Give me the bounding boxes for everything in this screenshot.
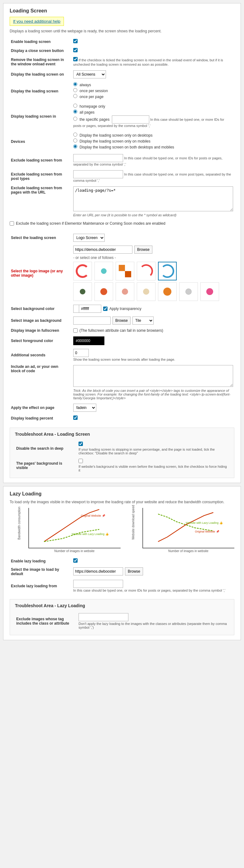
chart1-x-label: Number of images in website (28, 549, 120, 553)
pages-bg-checkbox[interactable] (79, 459, 83, 463)
logo-previews-row1 (73, 262, 233, 280)
fullscreen-label: Display image in fullscreen (10, 327, 72, 335)
search-deep-note: If your loading screen is stopping in so… (79, 447, 228, 455)
enable-lazy-row: Enable lazy loading (10, 556, 234, 565)
effect-row: Apply the effect on page fadein fadeout … (10, 402, 234, 414)
additional-seconds-note: Show the loading screen some few seconds… (73, 358, 233, 361)
additional-seconds-input[interactable] (73, 349, 89, 357)
logo-preview-light-gray[interactable] (179, 282, 198, 301)
bg-color-preview (74, 305, 79, 312)
settings-table: Enable loading screen Display a close sc… (10, 37, 234, 219)
devices-desktops[interactable]: Display the loading screen only on deskt… (73, 132, 233, 137)
close-btn-checkbox[interactable] (73, 48, 78, 52)
exclude-post-types-input[interactable] (73, 170, 123, 178)
logo-settings-table: Select the loading screen Logo Screen Fu… (10, 232, 234, 423)
logo-image-row-inner: Browse (73, 246, 233, 254)
display-in-specific[interactable]: the specific pages In this case should b… (73, 116, 233, 128)
logo-preview-orange-red[interactable] (94, 282, 113, 301)
exclude-tag-note: Don't apply the lazy loading to the imag… (79, 622, 228, 629)
logo-preview-peach[interactable] (116, 282, 134, 301)
bg-color-swatch[interactable] (73, 305, 101, 313)
chart2-original-text: Original Website 📌 (195, 530, 219, 533)
enable-loading-checkbox[interactable] (73, 39, 78, 43)
display-on-select[interactable]: All Screens Mobile Only Desktop Only (73, 70, 106, 79)
logo-previews-row2 (73, 282, 233, 301)
close-btn-row: Display a close screen button (10, 46, 234, 55)
exclude-url-textarea[interactable]: /loading-page/?s=* (73, 186, 233, 211)
maintenance-checkbox[interactable] (10, 221, 14, 226)
logo-browse-button[interactable]: Browse (134, 246, 153, 254)
ad-code-textarea[interactable] (73, 365, 233, 387)
select-loading-screen-select[interactable]: Logo Screen Full Screen Bar (73, 234, 105, 242)
exclude-tag-input[interactable] (79, 613, 128, 621)
display-screen-row: Display the loading screen always once p… (10, 80, 234, 102)
logo-url-input[interactable] (73, 246, 132, 254)
fg-color-block[interactable]: #000000 (73, 336, 104, 345)
fg-color-label: Select foreground color (10, 335, 72, 347)
logo-preview-dot-teal[interactable] (94, 262, 113, 280)
devices-mobiles[interactable]: Display the loading screen only on mobil… (73, 138, 233, 144)
bg-color-input[interactable] (79, 307, 101, 311)
exclude-lazy-input[interactable] (73, 580, 123, 588)
chart2-wrapper: Website download speed Website with Lazy… (124, 508, 235, 553)
apply-transparency-checkbox[interactable] (103, 307, 108, 311)
display-screen-session[interactable]: once per session (73, 88, 233, 93)
display-screen-label: Display the loading screen (10, 80, 72, 102)
effect-select[interactable]: fadein fadeout slidein slideout (73, 404, 96, 412)
bg-color-row: Select background color Apply transparen… (10, 303, 234, 315)
display-percent-label: Display loading percent (10, 414, 72, 423)
fullscreen-row: Display image in fullscreen (The fullscr… (10, 327, 234, 335)
or-follows-text: - or select one of follows - (73, 255, 233, 260)
logo-preview-dark-green[interactable] (73, 282, 92, 301)
devices-both[interactable]: Display the loading screen on both deskt… (73, 145, 233, 149)
fullscreen-checkbox[interactable] (73, 328, 78, 333)
dot-dark-green-icon (80, 289, 85, 294)
logo-preview-sand[interactable] (137, 282, 156, 301)
dot-pink-icon (206, 288, 213, 295)
dot-light-gray-icon (185, 288, 192, 295)
charts-row: Bandwidth consumption Original Website 📌… (10, 508, 234, 553)
logo-preview-spinner-red[interactable] (73, 262, 92, 280)
chart2-x-label: Number of images in website (142, 549, 235, 553)
default-image-browse-button[interactable]: Browse (125, 567, 143, 576)
help-link[interactable]: If you need additional help (13, 19, 60, 24)
display-screen-page[interactable]: once per page (73, 94, 233, 99)
logo-preview-squares-orange[interactable] (116, 262, 134, 280)
remove-onload-checkbox[interactable] (73, 57, 78, 61)
default-image-label: Select the image to load by default (10, 565, 72, 578)
remove-onload-row: Remove the loading screen in the window … (10, 55, 234, 68)
logo-preview-circle-blue[interactable] (158, 262, 177, 280)
apply-transparency-label: Apply transparency (109, 307, 141, 311)
exclude-url-row: Exclude loading screen from pages with t… (10, 185, 234, 219)
dot-sand-icon (143, 288, 149, 295)
bg-image-input[interactable] (73, 316, 111, 324)
bg-image-tile-select[interactable]: Tile No Tile Cover (132, 316, 154, 324)
logo-preview-pink[interactable] (200, 282, 219, 301)
logo-image-row: Select the logo image (or any other imag… (10, 244, 234, 303)
dot-orange-red-icon (100, 288, 107, 295)
enable-loading-label: Enable loading screen (10, 37, 72, 46)
specific-pages-input[interactable] (112, 116, 149, 124)
display-screen-always[interactable]: always (73, 82, 233, 87)
default-image-row: Select the image to load by default Brow… (10, 565, 234, 578)
default-image-input[interactable] (73, 567, 123, 576)
logo-preview-orange[interactable] (158, 282, 177, 301)
troubleshoot-loading-section: Troubleshoot Area - Loading Screen Disab… (10, 428, 234, 478)
display-in-label: Display loading screen in (10, 102, 72, 131)
search-deep-checkbox[interactable] (79, 442, 83, 446)
display-percent-checkbox[interactable] (73, 415, 78, 420)
bg-image-row: Select image as background Browse Tile N… (10, 315, 234, 327)
logo-image-label: Select the logo image (or any other imag… (10, 244, 72, 303)
exclude-from-input[interactable] (73, 154, 123, 162)
display-in-allpages[interactable]: all pages (73, 110, 233, 115)
devices-label: Devices (10, 131, 72, 152)
select-loading-screen-label: Select the loading screen (10, 232, 72, 244)
display-on-label: Display the loading screen on (10, 68, 72, 80)
display-in-homepage[interactable]: homepage only (73, 104, 233, 108)
bg-image-browse-button[interactable]: Browse (112, 316, 131, 324)
logo-preview-circle-red[interactable] (137, 262, 156, 280)
chart2-lazy-text: Website with Lazy Loading 👍 (185, 521, 223, 525)
enable-lazy-checkbox[interactable] (73, 558, 78, 563)
page-wrap: Loading Screen If you need additional he… (0, 3, 244, 640)
troubleshoot-lazy-table: Exclude images whose tag includes the cl… (15, 611, 229, 631)
